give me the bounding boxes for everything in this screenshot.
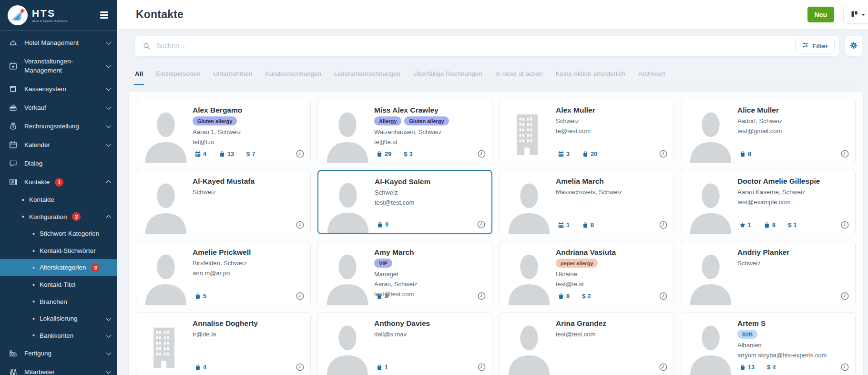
sidebar-item-kontakt-titel[interactable]: • Kontakt-Titel: [0, 276, 117, 293]
calendar-star-icon: [9, 61, 18, 71]
calendar-stat: 4: [194, 151, 206, 157]
contact-card[interactable]: Miss Alex Crawley AllergyGluten allergy …: [317, 99, 492, 163]
clock-icon[interactable]: [477, 220, 486, 229]
clock-icon[interactable]: [659, 292, 668, 301]
sidebar-item-alterskategorien[interactable]: • Alterskategorien 3: [0, 259, 117, 276]
stat-row: 3: [376, 293, 388, 300]
contact-detail-line: te@te.st: [374, 138, 486, 146]
sidebar-item-kassensystem[interactable]: Kassensystem: [0, 80, 117, 98]
sidebar-item-branchen[interactable]: • Branchen: [0, 293, 117, 311]
bag-stat: 1: [376, 364, 388, 371]
sidebar-item-kontakte[interactable]: Kontakte 1: [0, 173, 117, 191]
bag-icon: [739, 151, 746, 157]
nav-label: Hotel Management: [24, 38, 79, 48]
clock-icon[interactable]: [296, 292, 305, 301]
sidebar-item-kontakt-stichw-rter[interactable]: • Kontakt-Stichwörter: [0, 242, 117, 260]
nav-label: Veranstaltungen-Management: [24, 57, 107, 75]
contact-card[interactable]: Annalise Dogherty tr@de.la 4: [136, 312, 311, 375]
stat-row: 13$4: [739, 364, 776, 371]
settings-button[interactable]: [845, 36, 862, 56]
tab-keine-aktion-erforderlich[interactable]: Keine Aktion erforderlich: [556, 70, 625, 77]
contact-card[interactable]: Alex Muller Schweizte@test.com 320: [499, 99, 674, 163]
clock-icon[interactable]: [296, 363, 305, 372]
contact-detail-line: test@test.com: [374, 291, 486, 298]
tab-lieferantenrechnungen[interactable]: Lieferantenrechnungen: [334, 70, 400, 77]
sidebar-item-stichwort-kategorien[interactable]: • Stichwort-Kategorien: [0, 225, 117, 242]
contact-info: Amy March VIP ManagerAarau, Schweiztest@…: [374, 241, 492, 305]
tab-in-need-of-action[interactable]: In need of action: [495, 70, 543, 77]
tab-berf-llige-rechnungen[interactable]: Überfällige Rechnungen: [413, 70, 482, 77]
tab-archiviert[interactable]: Archiviert: [638, 70, 665, 77]
contact-card[interactable]: Amelie Prickwell Birsfelden, Schweizann.…: [136, 241, 311, 305]
filter-button[interactable]: Filter: [795, 39, 835, 53]
clock-icon[interactable]: [477, 363, 486, 372]
tab-kundenrechnungen[interactable]: Kundenrechnungen: [265, 70, 321, 77]
view-switcher-button[interactable]: [843, 6, 868, 24]
hts-logo-icon: [8, 5, 28, 25]
calendar-icon: [9, 140, 18, 150]
contact-card[interactable]: Alice Muller Aadorf, Schweiztest@gmail.c…: [681, 99, 856, 163]
sidebar-item-kontakte[interactable]: • Kontakte: [0, 191, 117, 208]
person-avatar: [681, 170, 737, 234]
contact-card[interactable]: Al-Kayed Mustafa Schweiz: [136, 170, 311, 234]
bullet-icon: •: [32, 264, 35, 271]
clock-icon[interactable]: [296, 149, 305, 158]
contact-info: Anthony Davies dall@s.mav: [374, 312, 492, 375]
chevron-down-icon: [106, 369, 111, 374]
bag-stat: 8: [582, 222, 594, 229]
menu-toggle-icon[interactable]: [99, 10, 109, 20]
sidebar-item-verkauf[interactable]: Verkauf: [0, 98, 117, 117]
dollar-icon: $: [404, 150, 408, 157]
tab-einzelpersonen[interactable]: Einzelpersonen: [156, 70, 200, 77]
bag-stat: 9: [377, 221, 388, 228]
sidebar-item-rechnungsstellung[interactable]: Rechnungsstellung: [0, 117, 117, 135]
tab-bar: AllEinzelpersonenUnternehmenKundenrechnu…: [135, 67, 862, 85]
contact-card[interactable]: Andriy Planker Schweiz: [681, 241, 856, 305]
sidebar-item-fertigung[interactable]: Fertigung: [0, 344, 117, 363]
sidebar-item-dialog[interactable]: Dialog: [0, 154, 117, 173]
search-input[interactable]: [151, 42, 795, 50]
clock-icon[interactable]: [840, 363, 849, 372]
nav-label: Kontakte: [24, 177, 50, 187]
contact-card[interactable]: Anthony Davies dall@s.mav 1: [317, 312, 492, 375]
contact-card[interactable]: Al-Kayed Salem Schweiztest@test.com 9: [317, 170, 492, 234]
contact-card[interactable]: Amy March VIP ManagerAarau, Schweiztest@…: [317, 241, 492, 305]
bag-icon: [377, 221, 383, 228]
contact-card[interactable]: Artem S B2B Albanienartyom.skryba@hts-ex…: [681, 312, 856, 375]
sidebar-item-mitarbeiter[interactable]: Mitarbeiter: [0, 363, 117, 375]
clock-icon[interactable]: [477, 292, 486, 301]
speech-bubble-icon: [9, 159, 18, 168]
factory-icon: [9, 349, 18, 358]
contact-card[interactable]: Doctor Amelie Gillespie Aarau Kaserne, S…: [681, 170, 856, 234]
contact-card[interactable]: Amelia March Massachusets, Schweiz 18: [499, 170, 674, 234]
tab-all[interactable]: All: [135, 70, 143, 77]
sidebar-item-lokalisierung[interactable]: • Lokalisierung: [0, 310, 117, 327]
dollar-icon: $: [788, 221, 792, 229]
clock-icon[interactable]: [840, 220, 849, 229]
clock-icon[interactable]: [840, 149, 849, 158]
logo[interactable]: HTS Hotel & Tourism Solutions: [0, 0, 117, 31]
contact-name: Alice Muller: [737, 106, 849, 115]
sidebar-item-konfiguration[interactable]: • Konfiguration 2: [0, 208, 117, 226]
contact-card[interactable]: Arina Grandez test@test.com: [499, 312, 674, 375]
new-button[interactable]: Neu: [807, 7, 834, 22]
clock-icon[interactable]: [659, 363, 668, 372]
clock-icon[interactable]: [659, 220, 668, 229]
contact-card[interactable]: Alex Bergamo Gluten allergy Aarau 1, Sch…: [136, 99, 311, 163]
sidebar-item-veranstaltungen-management[interactable]: Veranstaltungen-Management: [0, 52, 117, 80]
contact-card[interactable]: Andriana Vasiuta peper allergy Ukrainete…: [499, 241, 674, 305]
clock-icon[interactable]: [477, 149, 486, 158]
contact-tag: peper allergy: [556, 259, 598, 268]
sidebar-item-kalender[interactable]: Kalender: [0, 135, 117, 154]
clock-icon[interactable]: [840, 292, 849, 301]
dollar-stat: $4: [767, 364, 776, 371]
contact-info: Al-Kayed Salem Schweiztest@test.com: [375, 171, 491, 233]
tab-unternehmen[interactable]: Unternehmen: [213, 70, 252, 77]
sidebar-item-hotel-management[interactable]: Hotel Management: [0, 33, 117, 52]
bullet-icon: •: [32, 281, 35, 288]
clock-icon[interactable]: [296, 220, 305, 229]
contact-info: Annalise Dogherty tr@de.la: [193, 312, 310, 375]
clock-icon[interactable]: [659, 149, 668, 158]
sidebar-item-bankkonten[interactable]: • Bankkonten: [0, 327, 117, 344]
contact-detail-line: Aarau, Schweiz: [374, 281, 486, 288]
